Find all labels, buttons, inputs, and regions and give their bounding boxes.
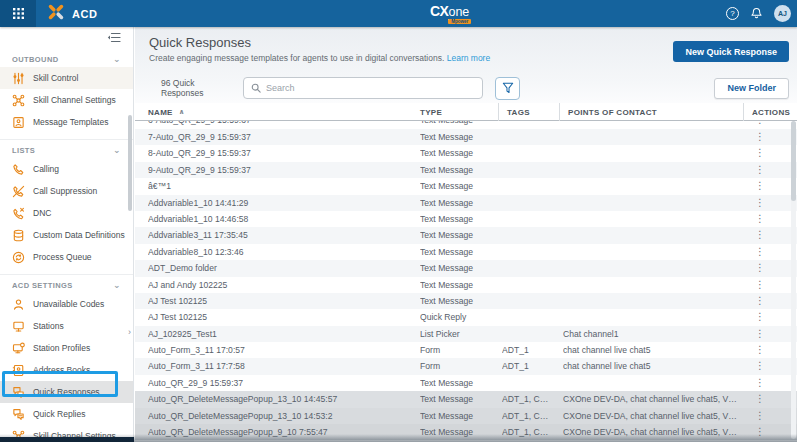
- sidebar-item-process-queue[interactable]: Process Queue: [0, 246, 133, 268]
- sidebar-item-skill-channel-settings[interactable]: Skill Channel Settings: [0, 89, 133, 111]
- row-actions-menu-icon[interactable]: ⋮: [753, 121, 767, 128]
- search-icon: [251, 83, 261, 93]
- cell-type: Text Message: [420, 121, 502, 129]
- search-input[interactable]: [266, 83, 475, 93]
- app-grid-icon[interactable]: [0, 0, 36, 27]
- row-actions-menu-icon[interactable]: ⋮: [753, 245, 767, 259]
- table-row[interactable]: Auto_Form_3_11 17:7:58FormADT_1chat chan…: [135, 358, 797, 374]
- sidebar-item-message-templates[interactable]: Message Templates: [0, 111, 133, 133]
- table-row[interactable]: AJ Test 102125Text Message⋮: [135, 293, 797, 309]
- column-header-tags[interactable]: TAGS: [498, 103, 563, 121]
- table-row[interactable]: 6-Auto_QR_29_9 15:59:37Text Message⋮: [135, 121, 797, 129]
- table-row[interactable]: Auto_QR_DeleteMessagePopup_13_10 14:53:2…: [135, 408, 797, 424]
- row-actions-menu-icon[interactable]: ⋮: [753, 278, 767, 292]
- table-row[interactable]: Addvariable1_10 14:46:58Text Message⋮: [135, 211, 797, 227]
- row-actions-menu-icon[interactable]: ⋮: [753, 179, 767, 193]
- row-actions-menu-icon[interactable]: ⋮: [753, 130, 767, 144]
- column-header-name[interactable]: NAME∧: [148, 103, 420, 121]
- cell-actions: ⋮: [747, 376, 797, 390]
- column-header-poc[interactable]: POINTS OF CONTACT: [559, 103, 747, 121]
- row-actions-menu-icon[interactable]: ⋮: [753, 376, 767, 390]
- table-scrollbar[interactable]: [791, 121, 796, 439]
- cell-poc: CXOne DEV-DA, chat channel live chat5, V…: [563, 391, 747, 407]
- table-row[interactable]: Auto_QR_DeleteMessagePopup_13_10 14:45:5…: [135, 391, 797, 407]
- table-row[interactable]: AJ and Andy 102225Text Message⋮: [135, 277, 797, 293]
- row-actions-menu-icon[interactable]: ⋮: [753, 212, 767, 226]
- new-folder-button[interactable]: New Folder: [714, 78, 789, 99]
- table-row[interactable]: AJ Test 102125Quick Reply⋮: [135, 309, 797, 325]
- row-actions-menu-icon[interactable]: ⋮: [753, 360, 767, 374]
- row-actions-menu-icon[interactable]: ⋮: [753, 425, 767, 439]
- cxone-logo-cx: CX: [430, 3, 448, 19]
- filter-button[interactable]: [495, 77, 520, 100]
- cell-name: Addvariable3_11 17:35:45: [148, 227, 420, 243]
- cell-poc: chat channel live chat5: [563, 358, 747, 374]
- sidebar-item-call-suppression[interactable]: Call Suppression: [0, 180, 133, 202]
- table-row[interactable]: Auto_QR_DeleteMessagePopup_9_10 7:55:47T…: [135, 424, 797, 440]
- sidebar-expand-chevron-icon[interactable]: ›: [128, 327, 131, 337]
- cell-type: Form: [420, 358, 502, 374]
- sidebar-item-skill-control[interactable]: Skill Control: [0, 67, 133, 89]
- new-quick-response-button[interactable]: New Quick Response: [673, 41, 789, 62]
- row-actions-menu-icon[interactable]: ⋮: [753, 409, 767, 423]
- table-row[interactable]: Auto_QR_29_9 15:59:37Text Message⋮: [135, 375, 797, 391]
- sidebar-item-custom-data-definitions[interactable]: Custom Data Definitions: [0, 224, 133, 246]
- sidebar-bottom-strip: [0, 437, 134, 442]
- sidebar-item-calling[interactable]: Calling: [0, 158, 133, 180]
- row-actions-menu-icon[interactable]: ⋮: [753, 229, 767, 243]
- row-actions-menu-icon[interactable]: ⋮: [753, 310, 767, 324]
- table-row[interactable]: AJ_102925_Test1List PickerChat channel1⋮: [135, 326, 797, 342]
- notifications-bell-icon[interactable]: [750, 7, 763, 20]
- row-actions-menu-icon[interactable]: ⋮: [753, 147, 767, 161]
- table-row[interactable]: 9-Auto_QR_29_9 15:59:37Text Message⋮: [135, 162, 797, 178]
- collapse-sidebar-icon[interactable]: [107, 32, 121, 43]
- row-actions-menu-icon[interactable]: ⋮: [753, 261, 767, 275]
- sidebar-item-unavailable-codes[interactable]: Unavailable Codes: [0, 293, 133, 315]
- row-actions-menu-icon[interactable]: ⋮: [753, 392, 767, 406]
- table-scrollbar-thumb[interactable]: [791, 121, 796, 201]
- sidebar-item-quick-responses[interactable]: Quick Responses: [0, 381, 133, 403]
- sidebar-item-label: Address Books: [33, 365, 90, 375]
- column-header-label: TAGS: [507, 108, 530, 117]
- table-row[interactable]: Addvariable3_11 17:35:45Text Message⋮: [135, 227, 797, 243]
- table-row[interactable]: â€™1Text Message⋮: [135, 178, 797, 194]
- cell-type: List Picker: [420, 326, 502, 342]
- cell-actions: ⋮: [747, 409, 797, 423]
- sidebar-section-header-lists[interactable]: LISTS⌄: [0, 142, 133, 158]
- table-row[interactable]: Addvariable1_10 14:41:29Text Message⋮: [135, 195, 797, 211]
- cell-actions: ⋮: [747, 294, 797, 308]
- column-header-type[interactable]: TYPE: [420, 103, 502, 121]
- cell-actions: ⋮: [747, 179, 797, 193]
- row-actions-menu-icon[interactable]: ⋮: [753, 294, 767, 308]
- learn-more-link[interactable]: Learn more: [447, 53, 490, 63]
- table-row[interactable]: ADT_Demo folderText Message⋮: [135, 260, 797, 276]
- sidebar-item-dnc[interactable]: DNC: [0, 202, 133, 224]
- cxone-logo: CXone Mpower: [430, 4, 469, 19]
- sidebar-item-quick-replies[interactable]: Quick Replies: [0, 403, 133, 425]
- table-row[interactable]: Auto_Form_3_11 17:0:57FormADT_1chat chan…: [135, 342, 797, 358]
- row-actions-menu-icon[interactable]: ⋮: [753, 196, 767, 210]
- person-icon: [12, 298, 25, 311]
- sidebar-item-label: Stations: [33, 321, 64, 331]
- cell-name: Auto_Form_3_11 17:7:58: [148, 358, 420, 374]
- table-row[interactable]: Addvariable8_10 12:3:46Text Message⋮: [135, 244, 797, 260]
- column-header-actions[interactable]: ACTIONS: [743, 103, 797, 121]
- user-avatar[interactable]: AJ: [774, 5, 791, 22]
- sidebar-item-station-profiles[interactable]: Station Profiles: [0, 337, 133, 359]
- chevron-down-icon: ⌄: [113, 282, 121, 288]
- row-actions-menu-icon[interactable]: ⋮: [753, 163, 767, 177]
- column-header-label: ACTIONS: [752, 108, 790, 117]
- sidebar-item-address-books[interactable]: Address Books: [0, 359, 133, 381]
- sidebar-item-label: Station Profiles: [33, 343, 90, 353]
- sidebar-section-header-outbound[interactable]: OUTBOUND⌄: [0, 51, 133, 67]
- table-row[interactable]: 8-Auto_QR_29_9 15:59:37Text Message⋮: [135, 145, 797, 161]
- table-row[interactable]: 7-Auto_QR_29_9 15:59:37Text Message⋮: [135, 129, 797, 145]
- sidebar-item-stations[interactable]: Stations: [0, 315, 133, 337]
- row-actions-menu-icon[interactable]: ⋮: [753, 343, 767, 357]
- sidebar-section-header-acd-settings[interactable]: ACD SETTINGS⌄: [0, 277, 133, 293]
- cell-name: Auto_QR_DeleteMessagePopup_13_10 14:53:2: [148, 408, 420, 424]
- row-actions-menu-icon[interactable]: ⋮: [753, 327, 767, 341]
- sliders-icon: [12, 72, 25, 85]
- sidebar-scrollbar[interactable]: [128, 115, 132, 211]
- help-icon[interactable]: ?: [726, 7, 739, 20]
